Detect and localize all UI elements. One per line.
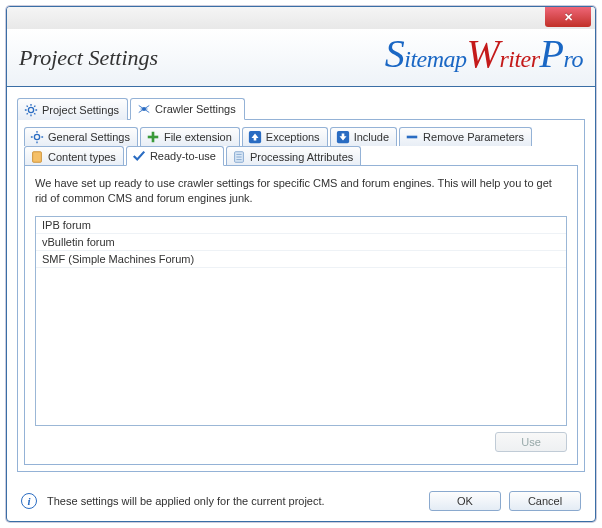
list-item[interactable]: SMF (Simple Machines Forum) [36, 251, 566, 268]
svg-line-7 [27, 113, 28, 114]
close-button[interactable]: ✕ [545, 7, 591, 27]
inner-tab-row-1: General Settings File extension Exceptio… [24, 126, 578, 145]
svg-line-5 [27, 105, 28, 106]
page-icon [232, 150, 246, 164]
tab-label: Remove Parameters [423, 131, 524, 143]
ready-to-use-panel: We have set up ready to use crawler sett… [24, 165, 578, 465]
tab-label: Processing Attributes [250, 151, 353, 163]
tab-label: Ready-to-use [150, 150, 216, 162]
tab-include[interactable]: Include [330, 127, 397, 146]
footer-note: These settings will be applied only for … [47, 495, 419, 507]
inner-tab-row-2: Content types Ready-to-use Processing At… [24, 145, 578, 165]
page-title: Project Settings [19, 45, 158, 71]
list-item[interactable]: vBulletin forum [36, 234, 566, 251]
check-icon [132, 149, 146, 163]
tab-label: General Settings [48, 131, 130, 143]
svg-line-6 [34, 113, 35, 114]
tab-label: Include [354, 131, 389, 143]
close-icon: ✕ [564, 11, 573, 24]
tab-processing-attributes[interactable]: Processing Attributes [226, 146, 361, 166]
ready-to-use-description: We have set up ready to use crawler sett… [35, 176, 567, 206]
gear-icon [24, 103, 38, 117]
footer: i These settings will be applied only fo… [21, 491, 581, 511]
tab-ready-to-use[interactable]: Ready-to-use [126, 146, 224, 166]
tab-general-settings[interactable]: General Settings [24, 127, 138, 146]
outer-tab-content: General Settings File extension Exceptio… [17, 119, 585, 472]
titlebar: ✕ [7, 7, 595, 29]
tab-label: Crawler Settings [155, 103, 236, 115]
outer-tab-row: Project Settings Crawler Settings [17, 97, 585, 119]
tab-label: File extension [164, 131, 232, 143]
tab-label: Project Settings [42, 104, 119, 116]
tab-file-extension[interactable]: File extension [140, 127, 240, 146]
cancel-button[interactable]: Cancel [509, 491, 581, 511]
svg-rect-22 [148, 136, 159, 139]
use-button-row: Use [35, 432, 567, 452]
tab-label: Content types [48, 151, 116, 163]
svg-point-0 [28, 107, 33, 112]
gear-icon [30, 130, 44, 144]
outer-tabs: Project Settings Crawler Settings Genera… [17, 97, 585, 472]
tab-label: Exceptions [266, 131, 320, 143]
header: Project Settings Sitemap Writer Pro [7, 29, 595, 87]
tab-exceptions[interactable]: Exceptions [242, 127, 328, 146]
list-item[interactable]: IPB forum [36, 217, 566, 234]
engine-listbox[interactable]: IPB forum vBulletin forum SMF (Simple Ma… [35, 216, 567, 426]
ok-button[interactable]: OK [429, 491, 501, 511]
svg-line-8 [34, 105, 35, 106]
tab-crawler-settings[interactable]: Crawler Settings [130, 98, 245, 120]
document-icon [30, 150, 44, 164]
svg-rect-26 [33, 151, 42, 162]
spider-icon [137, 102, 151, 116]
arrow-up-icon [248, 130, 262, 144]
minus-icon [405, 130, 419, 144]
info-icon: i [21, 493, 37, 509]
use-button[interactable]: Use [495, 432, 567, 452]
tab-project-settings[interactable]: Project Settings [17, 98, 128, 120]
footer-buttons: OK Cancel [429, 491, 581, 511]
window-frame: ✕ Project Settings Sitemap Writer Pro Pr… [6, 6, 596, 522]
logo: Sitemap Writer Pro [385, 42, 583, 73]
svg-rect-25 [407, 136, 418, 139]
svg-point-16 [34, 134, 39, 139]
tab-content-types[interactable]: Content types [24, 146, 124, 166]
tab-remove-parameters[interactable]: Remove Parameters [399, 127, 532, 146]
plus-icon [146, 130, 160, 144]
arrow-down-icon [336, 130, 350, 144]
